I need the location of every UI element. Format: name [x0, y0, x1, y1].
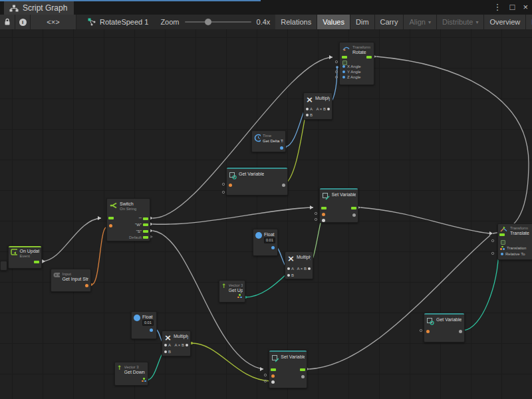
- value-in-port[interactable]: [322, 219, 325, 222]
- flow-out-port[interactable]: [143, 236, 148, 239]
- node-switch[interactable]: Switch On String "" "W" "S" Default: [106, 198, 150, 241]
- node-get-up[interactable]: ↑ Vector 3 Get Up: [219, 280, 245, 303]
- node-float-bottom[interactable]: Float 0.01: [131, 311, 157, 339]
- full-screen-button[interactable]: Full Screen: [526, 15, 532, 29]
- name-in-port[interactable]: [271, 374, 275, 378]
- node-get-delta-time[interactable]: Time Get Delta Time: [251, 130, 286, 152]
- vector3-in-port[interactable]: [500, 246, 505, 251]
- node-get-variable-right[interactable]: Get Variable: [424, 313, 465, 342]
- values-button[interactable]: Values: [317, 15, 350, 29]
- flow-in-port[interactable]: [271, 368, 276, 371]
- node-title: Multiply: [174, 334, 188, 339]
- port-row: Z Angle: [342, 75, 360, 79]
- in-port-a[interactable]: [306, 108, 309, 110]
- in-port-a[interactable]: [287, 267, 290, 270]
- node-get-input-string[interactable]: Input Get Input String: [51, 269, 91, 292]
- window-controls: ⋮ □ ×: [493, 1, 528, 13]
- relations-button[interactable]: Relations: [275, 15, 317, 29]
- float-in-port[interactable]: [342, 76, 345, 78]
- relative-in-port[interactable]: [501, 253, 503, 255]
- vector3-out-port[interactable]: [237, 294, 242, 299]
- info-button[interactable]: i: [15, 15, 31, 29]
- selector-in-port[interactable]: [109, 224, 112, 227]
- window-close-button[interactable]: ×: [523, 1, 528, 13]
- node-multiply-mid[interactable]: × Multiply A A × B B: [285, 251, 313, 279]
- flow-out-port[interactable]: [366, 56, 372, 59]
- node-float-mid[interactable]: Float 0.01: [253, 229, 278, 256]
- zoom-slider-thumb[interactable]: [205, 19, 211, 25]
- wire-getup-to-multiply-mid-b: [245, 274, 287, 297]
- node-rotate[interactable]: Transform Rotate X Angle Y Angle Z Angle: [339, 42, 374, 85]
- flow-out-port[interactable]: [143, 223, 148, 226]
- flow-out-port[interactable]: [34, 261, 39, 263]
- graph-canvas[interactable]: On Update Event Input Get Input String: [0, 29, 532, 399]
- set-variable-icon: [271, 354, 279, 362]
- name-in-port[interactable]: [322, 213, 325, 216]
- float-out-port[interactable]: [271, 246, 275, 249]
- value-in-port[interactable]: [271, 380, 275, 384]
- zoom-to-fit-button[interactable]: <×>: [31, 15, 76, 29]
- transform-port[interactable]: [501, 240, 505, 245]
- carry-button[interactable]: Carry: [375, 15, 404, 29]
- node-title: Get Input String: [62, 277, 88, 282]
- graph-breadcrumb[interactable]: RotateSpeed 1: [76, 15, 155, 29]
- port-row: B: [287, 273, 311, 277]
- node-set-variable-bottom[interactable]: Set Variable: [269, 350, 307, 388]
- flow-out-port[interactable]: [143, 230, 148, 233]
- float-in-port[interactable]: [342, 70, 345, 73]
- node-get-down[interactable]: ↑ Vector 3 Get Down: [114, 362, 148, 386]
- node-multiply-bottom[interactable]: × Multiply A A × B B: [162, 331, 191, 356]
- float-out-port[interactable]: [150, 329, 153, 332]
- dropdown-arrow-icon: ▾: [428, 19, 431, 25]
- float-value-field[interactable]: 0.01: [264, 237, 275, 243]
- string-out-port[interactable]: [85, 284, 88, 287]
- out-port[interactable]: [186, 344, 188, 346]
- out-port[interactable]: [308, 267, 311, 270]
- tab-script-graph[interactable]: Script Graph: [4, 1, 74, 15]
- distribute-button[interactable]: Distribute ▾: [437, 15, 484, 29]
- in-port-b[interactable]: [306, 114, 309, 116]
- overview-button[interactable]: Overview: [484, 15, 526, 29]
- value-out-port[interactable]: [459, 330, 462, 333]
- window-maximize-button[interactable]: □: [510, 1, 515, 13]
- flow-out-port[interactable]: [300, 368, 305, 371]
- lock-button[interactable]: [0, 15, 15, 29]
- dim-button[interactable]: Dim: [350, 15, 375, 29]
- value-out-port[interactable]: [301, 375, 305, 378]
- multiply-icon: ×: [164, 334, 172, 341]
- float-icon: [134, 315, 140, 321]
- vector3-out-port[interactable]: [142, 378, 146, 382]
- name-in-port[interactable]: [229, 184, 232, 187]
- out-port[interactable]: [327, 108, 330, 110]
- flow-in-port[interactable]: [342, 56, 347, 59]
- float-out-port[interactable]: [280, 146, 283, 150]
- node-get-variable-top[interactable]: Get Variable: [226, 167, 288, 196]
- flow-out-port[interactable]: [143, 217, 148, 220]
- port-label: B: [168, 350, 171, 354]
- value-out-port[interactable]: [282, 184, 285, 187]
- zoom-slider[interactable]: [185, 21, 251, 23]
- float-in-port[interactable]: [342, 65, 345, 68]
- case-row: "": [139, 217, 148, 221]
- node-set-variable-center[interactable]: Set Variable: [319, 188, 358, 223]
- flow-out-port[interactable]: [351, 207, 356, 209]
- node-on-update[interactable]: On Update Event: [8, 245, 42, 269]
- flow-in-port[interactable]: [321, 207, 327, 209]
- wire-getvariable-right-to-translate: [464, 249, 499, 331]
- float-value-field[interactable]: 0.01: [142, 320, 154, 326]
- window-menu-button[interactable]: ⋮: [493, 1, 502, 13]
- node-clipped-edge[interactable]: [0, 261, 7, 271]
- node-translate[interactable]: Transform Translate Translation Relative…: [497, 223, 532, 260]
- name-in-port[interactable]: [426, 330, 430, 333]
- align-button[interactable]: Align ▾: [404, 15, 436, 29]
- in-port-b[interactable]: [164, 350, 167, 353]
- in-port-a[interactable]: [164, 344, 167, 346]
- node-multiply-top[interactable]: × Multiply A A × B B: [303, 92, 332, 120]
- dropdown-arrow-icon: ▾: [475, 19, 478, 25]
- flow-in-port[interactable]: [499, 233, 505, 236]
- flow-in-port[interactable]: [108, 217, 114, 219]
- in-port-b[interactable]: [287, 274, 290, 277]
- node-title: Switch: [120, 201, 136, 207]
- wire-multiply-bottom-to-setvariable-value: [192, 343, 270, 381]
- value-out-port[interactable]: [352, 213, 356, 217]
